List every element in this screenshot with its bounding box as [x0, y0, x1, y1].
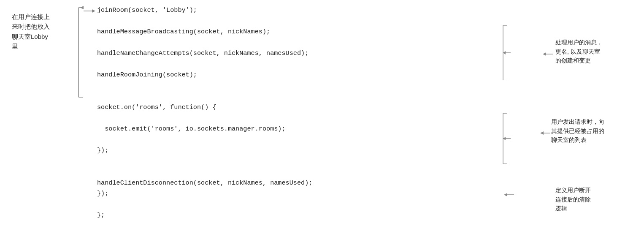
line1-arrow [83, 6, 98, 16]
page-container: 在用户连接上 来时把他放入 聊天室Lobby 里 joinRoom(socket… [0, 0, 644, 245]
code-line-4: handleRoomJoining(socket); [97, 70, 513, 81]
code-line-7: }); [97, 145, 513, 156]
code-line-blank1 [97, 16, 513, 27]
code-line-3: handleNameChangeAttempts(socket, nickNam… [97, 48, 513, 59]
left-bracket-svg [71, 6, 84, 99]
code-line-blank4 [97, 81, 513, 92]
right-bracket1-svg [502, 25, 515, 80]
code-line-2: handleMessageBroadcasting(socket, nickNa… [97, 27, 513, 38]
code-line-1: joinRoom(socket, 'Lobby'); [97, 5, 513, 16]
code-line-8: handleClientDisconnection(socket, nickNa… [97, 178, 513, 189]
right-arrow2-svg [538, 129, 551, 137]
right-annotation-2: 用户发出请求时，向 其提供已经被占用的 聊天室的列表 [551, 117, 640, 145]
code-line-blank8 [97, 156, 513, 167]
code-line-blank9 [97, 167, 513, 178]
code-line-blank7 [97, 134, 513, 145]
left-annotation-text: 在用户连接上 来时把他放入 聊天室Lobby 里 [12, 12, 50, 51]
svg-marker-10 [503, 51, 506, 54]
code-line-blank10 [97, 199, 513, 210]
right-bracket2-svg [502, 113, 515, 164]
code-line-6: socket.emit('rooms', io.sockets.manager.… [97, 124, 513, 135]
right-annotation-3: 定义用户断开 连接后的清除 逻辑 [555, 186, 640, 213]
code-line-blank3 [97, 59, 513, 70]
svg-marker-17 [503, 137, 506, 140]
svg-marker-19 [540, 131, 544, 135]
svg-marker-5 [92, 9, 95, 13]
right-arrow1-svg [541, 50, 554, 58]
left-annotation: 在用户连接上 来时把他放入 聊天室Lobby 里 [12, 12, 67, 51]
svg-marker-12 [543, 52, 546, 56]
code-area: joinRoom(socket, 'Lobby'); handleMessage… [97, 5, 513, 241]
svg-marker-21 [504, 193, 507, 196]
code-line-10: }; [97, 210, 513, 221]
code-line-5: socket.on('rooms', function() { [97, 102, 513, 113]
code-line-blank5 [97, 91, 513, 102]
code-line-blank6 [97, 113, 513, 124]
code-line-9: }); [97, 188, 513, 199]
code-line-blank2 [97, 38, 513, 49]
right-arrow3-svg [502, 191, 515, 199]
right-annotation-1: 处理用户的消息， 更名, 以及聊天室 的创建和变更 [555, 38, 640, 65]
